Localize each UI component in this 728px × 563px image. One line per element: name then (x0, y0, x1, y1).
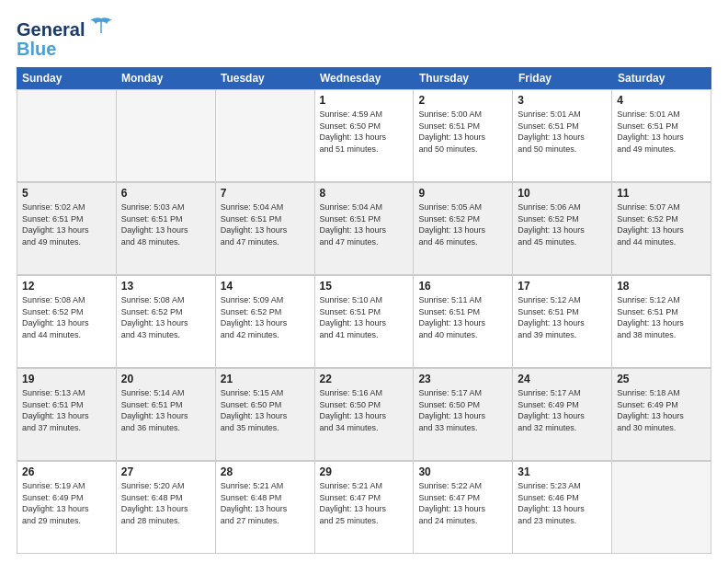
day-number: 15 (320, 280, 409, 293)
day-info: Sunrise: 5:11 AM Sunset: 6:51 PM Dayligh… (418, 294, 507, 340)
page: General Blue SundayMondayTuesdayWednesda… (0, 0, 728, 563)
calendar-day-19: 19Sunrise: 5:13 AM Sunset: 6:51 PM Dayli… (17, 369, 117, 461)
day-number: 31 (518, 465, 607, 478)
day-header-friday: Friday (513, 67, 612, 89)
logo-general: General (17, 19, 85, 40)
calendar-day-30: 30Sunrise: 5:22 AM Sunset: 6:47 PM Dayli… (414, 462, 513, 554)
day-number: 26 (22, 465, 111, 478)
calendar-empty (612, 462, 711, 554)
header: General Blue (17, 17, 711, 58)
day-info: Sunrise: 5:08 AM Sunset: 6:52 PM Dayligh… (22, 294, 111, 340)
calendar-body: 1Sunrise: 4:59 AM Sunset: 6:50 PM Daylig… (17, 89, 711, 554)
day-header-saturday: Saturday (612, 67, 711, 89)
day-info: Sunrise: 5:01 AM Sunset: 6:51 PM Dayligh… (518, 109, 607, 155)
calendar-day-21: 21Sunrise: 5:15 AM Sunset: 6:50 PM Dayli… (216, 369, 315, 461)
logo-bird-icon (88, 17, 114, 41)
day-info: Sunrise: 5:13 AM Sunset: 6:51 PM Dayligh… (22, 387, 111, 433)
logo-blue: Blue (17, 40, 56, 58)
logo: General Blue (17, 17, 114, 58)
day-number: 1 (320, 94, 409, 107)
day-info: Sunrise: 5:15 AM Sunset: 6:50 PM Dayligh… (221, 387, 310, 433)
calendar-day-24: 24Sunrise: 5:17 AM Sunset: 6:49 PM Dayli… (513, 369, 612, 461)
day-header-wednesday: Wednesday (314, 67, 414, 89)
day-info: Sunrise: 5:04 AM Sunset: 6:51 PM Dayligh… (320, 201, 409, 247)
day-number: 14 (221, 280, 310, 293)
day-info: Sunrise: 5:10 AM Sunset: 6:51 PM Dayligh… (320, 294, 409, 340)
day-info: Sunrise: 5:17 AM Sunset: 6:49 PM Dayligh… (518, 387, 607, 433)
day-number: 3 (518, 94, 607, 107)
calendar-day-31: 31Sunrise: 5:23 AM Sunset: 6:46 PM Dayli… (513, 462, 612, 554)
calendar-day-6: 6Sunrise: 5:03 AM Sunset: 6:51 PM Daylig… (117, 183, 216, 275)
day-number: 12 (22, 280, 111, 293)
day-info: Sunrise: 5:05 AM Sunset: 6:52 PM Dayligh… (418, 201, 507, 247)
day-number: 13 (121, 280, 210, 293)
day-number: 7 (221, 187, 310, 200)
day-header-monday: Monday (116, 67, 215, 89)
calendar-empty (17, 90, 117, 182)
calendar-day-9: 9Sunrise: 5:05 AM Sunset: 6:52 PM Daylig… (414, 183, 513, 275)
calendar-empty (117, 90, 216, 182)
day-info: Sunrise: 5:12 AM Sunset: 6:51 PM Dayligh… (518, 294, 607, 340)
day-info: Sunrise: 5:23 AM Sunset: 6:46 PM Dayligh… (518, 480, 607, 526)
day-info: Sunrise: 5:19 AM Sunset: 6:49 PM Dayligh… (22, 480, 111, 526)
calendar-day-1: 1Sunrise: 4:59 AM Sunset: 6:50 PM Daylig… (315, 90, 415, 182)
day-info: Sunrise: 5:03 AM Sunset: 6:51 PM Dayligh… (121, 201, 210, 247)
calendar-day-23: 23Sunrise: 5:17 AM Sunset: 6:50 PM Dayli… (414, 369, 513, 461)
day-info: Sunrise: 5:16 AM Sunset: 6:50 PM Dayligh… (320, 387, 409, 433)
day-number: 23 (418, 373, 507, 385)
calendar-day-20: 20Sunrise: 5:14 AM Sunset: 6:51 PM Dayli… (117, 369, 216, 461)
day-info: Sunrise: 5:18 AM Sunset: 6:49 PM Dayligh… (617, 387, 706, 433)
day-number: 20 (121, 373, 210, 385)
calendar-day-22: 22Sunrise: 5:16 AM Sunset: 6:50 PM Dayli… (315, 369, 415, 461)
calendar-day-5: 5Sunrise: 5:02 AM Sunset: 6:51 PM Daylig… (17, 183, 117, 275)
day-info: Sunrise: 5:14 AM Sunset: 6:51 PM Dayligh… (121, 387, 210, 433)
calendar-day-18: 18Sunrise: 5:12 AM Sunset: 6:51 PM Dayli… (612, 276, 711, 368)
day-number: 30 (418, 465, 507, 478)
calendar-week-1: 1Sunrise: 4:59 AM Sunset: 6:50 PM Daylig… (17, 89, 711, 182)
calendar-week-5: 26Sunrise: 5:19 AM Sunset: 6:49 PM Dayli… (17, 461, 711, 554)
calendar-day-11: 11Sunrise: 5:07 AM Sunset: 6:52 PM Dayli… (612, 183, 711, 275)
day-number: 4 (617, 94, 706, 107)
day-info: Sunrise: 5:00 AM Sunset: 6:51 PM Dayligh… (418, 109, 507, 155)
calendar: SundayMondayTuesdayWednesdayThursdayFrid… (17, 67, 711, 554)
calendar-week-3: 12Sunrise: 5:08 AM Sunset: 6:52 PM Dayli… (17, 275, 711, 368)
day-info: Sunrise: 5:17 AM Sunset: 6:50 PM Dayligh… (418, 387, 507, 433)
day-number: 9 (418, 187, 507, 200)
day-header-thursday: Thursday (414, 67, 513, 89)
day-info: Sunrise: 5:07 AM Sunset: 6:52 PM Dayligh… (617, 201, 706, 247)
day-number: 2 (418, 94, 507, 107)
day-number: 29 (320, 465, 409, 478)
day-number: 22 (320, 373, 409, 385)
calendar-empty (216, 90, 315, 182)
day-info: Sunrise: 5:06 AM Sunset: 6:52 PM Dayligh… (518, 201, 607, 247)
day-number: 28 (221, 465, 310, 478)
day-info: Sunrise: 5:09 AM Sunset: 6:52 PM Dayligh… (221, 294, 310, 340)
calendar-day-15: 15Sunrise: 5:10 AM Sunset: 6:51 PM Dayli… (315, 276, 415, 368)
calendar-day-8: 8Sunrise: 5:04 AM Sunset: 6:51 PM Daylig… (315, 183, 415, 275)
day-info: Sunrise: 5:22 AM Sunset: 6:47 PM Dayligh… (418, 480, 507, 526)
calendar-day-25: 25Sunrise: 5:18 AM Sunset: 6:49 PM Dayli… (612, 369, 711, 461)
day-info: Sunrise: 5:08 AM Sunset: 6:52 PM Dayligh… (121, 294, 210, 340)
day-number: 27 (121, 465, 210, 478)
day-info: Sunrise: 5:21 AM Sunset: 6:47 PM Dayligh… (320, 480, 409, 526)
day-info: Sunrise: 5:20 AM Sunset: 6:48 PM Dayligh… (121, 480, 210, 526)
day-info: Sunrise: 5:02 AM Sunset: 6:51 PM Dayligh… (22, 201, 111, 247)
calendar-day-10: 10Sunrise: 5:06 AM Sunset: 6:52 PM Dayli… (513, 183, 612, 275)
day-number: 19 (22, 373, 111, 385)
calendar-day-7: 7Sunrise: 5:04 AM Sunset: 6:51 PM Daylig… (216, 183, 315, 275)
day-header-tuesday: Tuesday (215, 67, 314, 89)
calendar-day-12: 12Sunrise: 5:08 AM Sunset: 6:52 PM Dayli… (17, 276, 117, 368)
day-number: 8 (320, 187, 409, 200)
calendar-day-13: 13Sunrise: 5:08 AM Sunset: 6:52 PM Dayli… (117, 276, 216, 368)
day-info: Sunrise: 5:04 AM Sunset: 6:51 PM Dayligh… (221, 201, 310, 247)
calendar-week-2: 5Sunrise: 5:02 AM Sunset: 6:51 PM Daylig… (17, 182, 711, 275)
day-number: 17 (518, 280, 607, 293)
calendar-day-2: 2Sunrise: 5:00 AM Sunset: 6:51 PM Daylig… (414, 90, 513, 182)
day-number: 6 (121, 187, 210, 200)
calendar-day-16: 16Sunrise: 5:11 AM Sunset: 6:51 PM Dayli… (414, 276, 513, 368)
day-info: Sunrise: 5:21 AM Sunset: 6:48 PM Dayligh… (221, 480, 310, 526)
day-number: 5 (22, 187, 111, 200)
calendar-day-29: 29Sunrise: 5:21 AM Sunset: 6:47 PM Dayli… (315, 462, 415, 554)
day-number: 11 (617, 187, 706, 200)
calendar-day-27: 27Sunrise: 5:20 AM Sunset: 6:48 PM Dayli… (117, 462, 216, 554)
